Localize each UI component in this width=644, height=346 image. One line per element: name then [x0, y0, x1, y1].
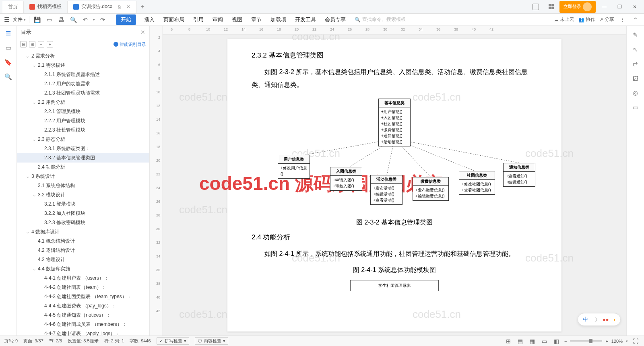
file-menu[interactable]: 文件▾ — [13, 16, 26, 23]
floating-toolbar[interactable]: 中 ☽ ●● › — [578, 313, 621, 326]
toc-tab-icon[interactable]: ☰ — [4, 29, 13, 38]
expand-icon[interactable]: ⌃ — [631, 15, 640, 24]
menu-开始[interactable]: 开始 — [116, 14, 136, 25]
toc-collapse-all[interactable]: ⊞ — [29, 41, 35, 47]
menu-插入[interactable]: 插入 — [143, 14, 155, 25]
cloud-status[interactable]: ☁ 未上云 — [554, 16, 574, 23]
toc-item[interactable]: ⌵2.3 静态分析 — [17, 135, 149, 144]
image-tool-icon[interactable]: 🖼 — [631, 74, 640, 83]
layout-icon[interactable] — [529, 1, 543, 12]
toc-item[interactable]: ⌵2.1 需求描述 — [17, 61, 149, 70]
view-mode-5[interactable]: ◧ — [552, 337, 561, 346]
edit-tool-icon[interactable]: ✎ — [631, 31, 640, 39]
toc-item[interactable]: 4-4-7 创建申请表 （apply_logs）： — [17, 329, 149, 336]
zoom-out[interactable]: − — [564, 339, 567, 344]
login-button[interactable]: 立即登录 — [559, 1, 596, 13]
tab-template[interactable]: 找稻壳模板 — [24, 1, 68, 13]
toc-item[interactable]: 4-4-2 创建社团表（team）： — [17, 283, 149, 292]
toc-item[interactable]: 4-4-4 创建缴费表 （pay_logs）： — [17, 301, 149, 311]
toc-item[interactable]: ⌵2 需求分析 — [17, 51, 149, 61]
preview-icon[interactable]: 🔍 — [69, 15, 78, 24]
toc-item[interactable]: 2.3.2 基本信息管理类图 — [17, 153, 149, 163]
menu-会员专享[interactable]: 会员专享 — [324, 14, 347, 25]
toc-item[interactable]: 4-4-1 创建用户表 （users）： — [17, 274, 149, 283]
toc-item[interactable]: 4-4-6 创建社团成员表 （members）： — [17, 320, 149, 329]
toc-item[interactable]: 4.2 逻辑结构设计 — [17, 246, 149, 255]
bookmark-icon[interactable]: 🔖 — [4, 58, 13, 67]
toc-item[interactable]: 2.1.2 用户的功能需求 — [17, 79, 149, 89]
toc-item[interactable]: ⌵3 系统设计 — [17, 172, 149, 181]
toc-item[interactable]: 2.1.3 社团管理员功能需求 — [17, 89, 149, 98]
print-icon[interactable]: 🖶 — [57, 15, 66, 24]
export-icon[interactable]: ▭ — [45, 15, 54, 24]
zoom-in[interactable]: + — [605, 339, 608, 344]
menu-开发工具[interactable]: 开发工具 — [294, 14, 317, 25]
tab-document[interactable]: 实训报告.docx⎘✕ — [68, 1, 136, 13]
toc-close-icon[interactable]: ✕ — [140, 29, 145, 35]
document-viewport[interactable]: code51.cn code51.cn code51.cn code51.cn … — [163, 35, 626, 336]
toc-item[interactable]: 3.2.3 修改密码模块 — [17, 218, 149, 227]
grid-icon[interactable] — [544, 1, 558, 12]
menu-审阅[interactable]: 审阅 — [212, 14, 224, 25]
next-icon[interactable]: › — [614, 317, 615, 323]
sections-icon[interactable]: ▭ — [4, 43, 13, 52]
status-page-no[interactable]: 页码: 9 — [4, 338, 18, 344]
smart-toc-button[interactable]: 智能识别目录 — [114, 41, 146, 47]
toc-item[interactable]: 2.2.3 社长管理模块 — [17, 126, 149, 135]
menu-页面布局[interactable]: 页面布局 — [163, 14, 185, 25]
toc-item[interactable]: 2.2.2 用户管理模块 — [17, 116, 149, 126]
select-tool-icon[interactable]: ↖ — [631, 45, 640, 54]
status-page[interactable]: 页面: 9/37 — [23, 338, 43, 344]
save-icon[interactable]: 💾 — [33, 15, 41, 24]
view-mode-1[interactable]: ⊞ — [504, 337, 513, 346]
toc-item[interactable]: 2.2.1 管理员模块 — [17, 107, 149, 116]
toc-item[interactable]: ⌵4 数据库设计 — [17, 227, 149, 237]
recording-icon[interactable]: ●● — [603, 317, 609, 323]
lang-indicator[interactable]: 中 — [583, 316, 588, 323]
toc-item[interactable]: ⌵3.2 模块设计 — [17, 190, 149, 200]
minimize-button[interactable]: — — [597, 1, 611, 12]
toc-item[interactable]: 4.3 物理设计 — [17, 255, 149, 264]
collab-button[interactable]: 👥 协作 — [578, 16, 595, 23]
tab-restore-icon[interactable]: ⎘ — [118, 4, 121, 9]
zoom-value[interactable]: 120% — [611, 339, 623, 344]
toc-item[interactable]: 2.1.1 系统管理员需求描述 — [17, 70, 149, 79]
redo-icon[interactable]: ↷ — [98, 15, 107, 24]
undo-icon[interactable]: ↶ — [81, 15, 90, 24]
menu-引用[interactable]: 引用 — [192, 14, 204, 25]
tab-close-icon[interactable]: ✕ — [126, 4, 130, 10]
settings-icon[interactable]: ⇄ — [631, 60, 640, 68]
new-tab-button[interactable]: ＋ — [136, 2, 149, 11]
status-words[interactable]: 字数: 9446 — [130, 338, 151, 344]
toc-item[interactable]: 3.2.1 登录模块 — [17, 200, 149, 209]
night-mode-icon[interactable]: ☽ — [593, 317, 598, 323]
reader-icon[interactable]: ▭ — [631, 103, 640, 112]
command-search[interactable]: 🔍 查找命令、搜索模板 — [355, 16, 406, 23]
menu-视图[interactable]: 视图 — [231, 14, 243, 25]
content-check-toggle[interactable]: 🛡 内容检查 ▾ — [195, 337, 228, 345]
toc-item[interactable]: 4.1 概念结构设计 — [17, 237, 149, 246]
share-button[interactable]: ↗ 分享 — [599, 16, 614, 23]
close-button[interactable]: ✕ — [628, 1, 642, 12]
target-icon[interactable]: ◎ — [631, 89, 640, 97]
menu-章节[interactable]: 章节 — [250, 14, 262, 25]
more-icon[interactable]: ⋮ — [618, 15, 627, 24]
toc-item[interactable]: 4-4-5 创建通知表（notices）： — [17, 311, 149, 320]
hamburger-icon[interactable]: ☰ — [4, 16, 10, 23]
toc-plus[interactable]: + — [47, 41, 53, 47]
view-mode-4[interactable]: ▭ — [540, 337, 549, 346]
maximize-button[interactable]: ❐ — [613, 1, 626, 12]
spellcheck-toggle[interactable]: ✓ 拼写检查 ▾ — [157, 337, 189, 345]
toc-item[interactable]: 2.3.1 系统静态类图： — [17, 144, 149, 153]
status-section[interactable]: 节: 2/3 — [49, 338, 62, 344]
toc-expand-all[interactable]: ⊟ — [20, 41, 27, 47]
toc-item[interactable]: ⌵4.4 数据库实施 — [17, 264, 149, 274]
toc-item[interactable]: 3.1 系统总体结构 — [17, 181, 149, 190]
view-mode-2[interactable]: ▤ — [516, 337, 525, 346]
search-panel-icon[interactable]: 🔍 — [4, 72, 13, 81]
zoom-slider[interactable] — [570, 340, 602, 342]
menu-加载项[interactable]: 加载项 — [270, 14, 287, 25]
view-mode-3[interactable]: ▦ — [528, 337, 537, 346]
toc-item[interactable]: 2.4 功能分析 — [17, 163, 149, 172]
toc-item[interactable]: 3.2.2 加入社团模块 — [17, 209, 149, 218]
